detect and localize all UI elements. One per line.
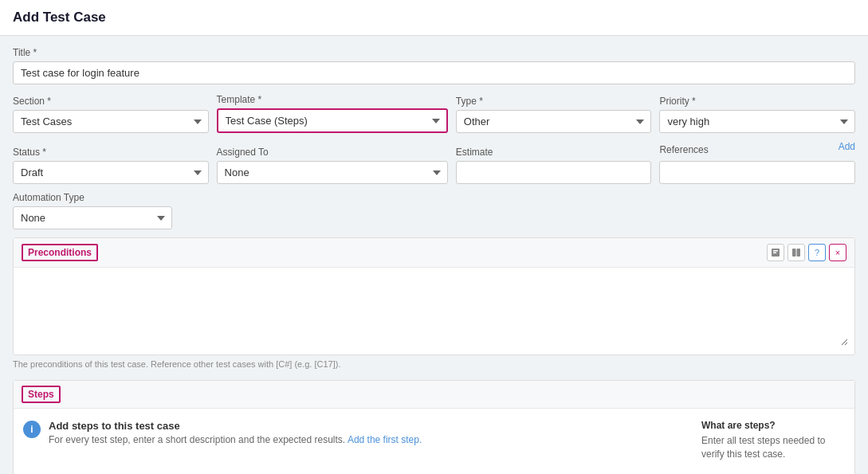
template-field: Template * Test Case (Steps) Test Case (… [217, 94, 448, 133]
svg-rect-1 [773, 250, 778, 252]
fields-row-3: Automation Type None Automated Manual [13, 192, 855, 229]
preconditions-hint: The preconditions of this test case. Ref… [13, 355, 855, 374]
fields-row-1: Section * Test Cases Regression Smoke Te… [13, 94, 855, 133]
status-label: Status * [13, 147, 209, 158]
svg-rect-2 [773, 253, 776, 254]
preconditions-card: Preconditions [13, 237, 855, 355]
priority-label: Priority * [659, 96, 855, 107]
steps-body: i Add steps to this test case For every … [14, 409, 854, 472]
what-are-steps: What are steps? Enter all test steps nee… [701, 420, 845, 461]
automation-label: Automation Type [13, 192, 172, 203]
references-input[interactable] [659, 161, 855, 184]
steps-info-box: i Add steps to this test case For every … [23, 420, 689, 445]
page-header: Add Test Case [0, 0, 868, 36]
form-area: Title * Test case for login feature Sect… [0, 36, 868, 474]
title-input[interactable]: Test case for login feature [13, 61, 855, 84]
section-field: Section * Test Cases Regression Smoke [13, 96, 209, 133]
fields-row-2: Status * Draft Active Untested Assigned … [13, 141, 855, 184]
preconditions-header: Preconditions [14, 238, 854, 268]
assigned-field: Assigned To None [217, 147, 448, 184]
toolbar-layout-icon[interactable] [787, 244, 805, 261]
priority-field: Priority * very high high medium low [659, 96, 855, 133]
assigned-select[interactable]: None [217, 161, 448, 184]
what-are-steps-desc: Enter all test steps needed to verify th… [701, 434, 845, 461]
references-label: References [659, 144, 708, 155]
estimate-input[interactable] [456, 161, 652, 184]
steps-info-text: Add steps to this test case For every te… [49, 420, 422, 445]
template-select[interactable]: Test Case (Steps) Test Case (Text) Explo… [217, 108, 448, 133]
svg-rect-3 [792, 249, 796, 257]
estimate-label: Estimate [456, 147, 652, 158]
add-reference-link[interactable]: Add [839, 141, 855, 152]
priority-select[interactable]: very high high medium low [659, 110, 855, 133]
preconditions-title: Preconditions [22, 244, 98, 261]
references-field: References Add [659, 141, 855, 184]
steps-info-title: Add steps to this test case [49, 420, 422, 432]
template-label: Template * [217, 94, 448, 105]
info-icon: i [23, 421, 41, 438]
section-label: Section * [13, 96, 209, 107]
svg-rect-4 [797, 249, 801, 257]
automation-field: Automation Type None Automated Manual [13, 192, 172, 229]
page-title: Add Test Case [13, 10, 106, 25]
title-section: Title * Test case for login feature [13, 47, 855, 84]
type-label: Type * [456, 96, 652, 107]
status-select[interactable]: Draft Active Untested [13, 161, 209, 184]
toolbar-close-icon[interactable]: × [829, 244, 846, 261]
estimate-field: Estimate [456, 147, 652, 184]
steps-section: Steps i Add steps to this test case For … [13, 380, 855, 474]
what-are-steps-title: What are steps? [701, 420, 845, 431]
steps-header: Steps [14, 381, 854, 409]
type-select[interactable]: Other Functional Smoke & Sanity [456, 110, 652, 133]
page-container: Add Test Case Title * Test case for logi… [0, 0, 868, 474]
automation-select[interactable]: None Automated Manual [13, 206, 172, 229]
preconditions-body [14, 268, 854, 355]
steps-title: Steps [22, 386, 61, 403]
title-label: Title * [13, 47, 855, 58]
preconditions-toolbar: ? × [767, 244, 846, 261]
toolbar-text-icon[interactable] [767, 244, 784, 261]
assigned-label: Assigned To [217, 147, 448, 158]
add-first-step-link[interactable]: Add the first step. [348, 434, 422, 445]
preconditions-textarea[interactable] [20, 274, 848, 346]
steps-info-desc: For every test step, enter a short descr… [49, 434, 422, 445]
section-select[interactable]: Test Cases Regression Smoke [13, 110, 209, 133]
toolbar-help-icon[interactable]: ? [808, 244, 826, 261]
type-field: Type * Other Functional Smoke & Sanity [456, 96, 652, 133]
status-field: Status * Draft Active Untested [13, 147, 209, 184]
